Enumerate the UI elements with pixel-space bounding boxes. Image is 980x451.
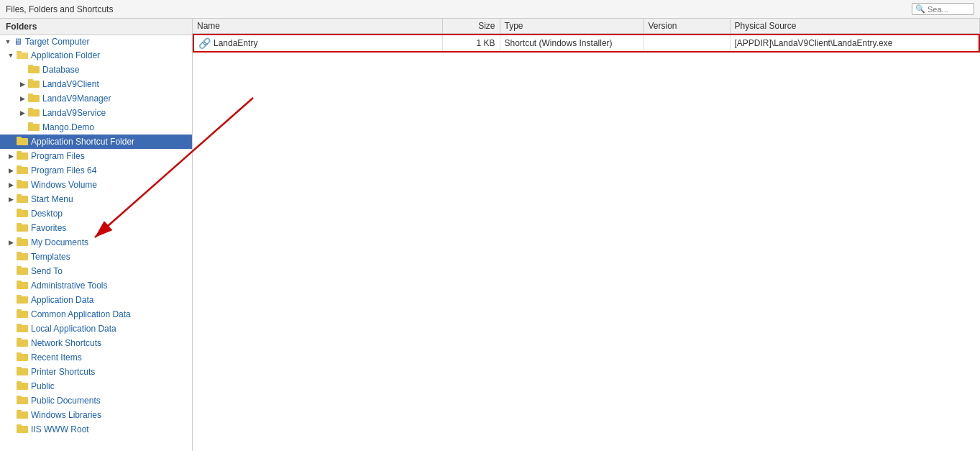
svg-rect-32: [17, 266, 22, 269]
folder-icon-desktop: [17, 208, 28, 219]
tree-item-application-folder[interactable]: ▼Application Folder: [0, 48, 192, 63]
tree-item-my-documents[interactable]: ▶My Documents: [0, 235, 192, 250]
col-size[interactable]: Size: [443, 19, 500, 33]
tree-item-favorites[interactable]: Favorites: [0, 221, 192, 235]
svg-rect-2: [17, 53, 28, 59]
tree-item-public[interactable]: Public: [0, 379, 192, 393]
folder-icon-network-shortcuts: [17, 337, 28, 349]
tree-label-start-menu: Start Menu: [31, 194, 73, 204]
expand-icon-network-shortcuts[interactable]: [6, 338, 16, 348]
tree-label-local-application-data: Local Application Data: [31, 324, 116, 334]
svg-rect-14: [17, 137, 22, 140]
svg-rect-38: [17, 309, 22, 312]
expand-icon-mango-demo[interactable]: [17, 122, 27, 132]
expand-icon-my-documents[interactable]: ▶: [6, 237, 16, 247]
folder-icon-public-documents: [17, 395, 28, 406]
tree-item-windows-libraries[interactable]: Windows Libraries: [0, 408, 192, 422]
expand-icon-program-files-64[interactable]: ▶: [6, 165, 16, 176]
col-version[interactable]: Version: [644, 19, 731, 33]
folder-icon-mango-demo: [28, 122, 40, 133]
col-name[interactable]: Name: [193, 19, 443, 33]
expand-icon-windows-volume[interactable]: ▶: [6, 180, 16, 190]
svg-rect-20: [17, 180, 22, 183]
expand-icon-administrative-tools[interactable]: [6, 281, 16, 291]
folder-icon-common-application-data: [17, 309, 28, 320]
tree-item-landav9manager[interactable]: ▶LandaV9Manager: [0, 91, 192, 106]
svg-rect-12: [28, 122, 33, 125]
search-box[interactable]: 🔍: [912, 3, 974, 15]
svg-rect-44: [17, 352, 22, 355]
main-layout: Folders ▼🖥Target Computer▼Application Fo…: [0, 19, 980, 451]
tree-item-recent-items[interactable]: Recent Items: [0, 350, 192, 365]
tree-label-program-files-64: Program Files 64: [31, 165, 96, 176]
tree-item-landav9client[interactable]: ▶LandaV9Client: [0, 77, 192, 91]
expand-icon-landav9service[interactable]: ▶: [17, 108, 27, 118]
tree-item-network-shortcuts[interactable]: Network Shortcuts: [0, 336, 192, 350]
tree-item-public-documents[interactable]: Public Documents: [0, 393, 192, 408]
tree-label-application-shortcut-folder: Application Shortcut Folder: [31, 137, 134, 147]
expand-icon-target-computer[interactable]: ▼: [3, 37, 13, 47]
expand-icon-recent-items[interactable]: [6, 352, 16, 363]
tree-item-local-application-data[interactable]: Local Application Data: [0, 322, 192, 336]
tree-item-printer-shortcuts[interactable]: Printer Shortcuts: [0, 365, 192, 379]
tree-label-program-files: Program Files: [31, 151, 85, 161]
tree-label-network-shortcuts: Network Shortcuts: [31, 338, 101, 348]
expand-icon-windows-libraries[interactable]: [6, 410, 16, 420]
svg-rect-24: [17, 209, 22, 211]
search-input[interactable]: [928, 5, 971, 14]
tree-label-database: Database: [42, 65, 79, 75]
folders-header: Folders: [0, 19, 192, 35]
tree-item-send-to[interactable]: Send To: [0, 264, 192, 278]
folder-icon-program-files: [17, 150, 28, 162]
tree-item-templates[interactable]: Templates: [0, 250, 192, 264]
tree-item-program-files-64[interactable]: ▶Program Files 64: [0, 163, 192, 178]
expand-icon-start-menu[interactable]: ▶: [6, 194, 16, 204]
svg-rect-22: [17, 194, 22, 197]
folder-icon-landav9manager: [28, 93, 40, 104]
tree-item-target-computer[interactable]: ▼🖥Target Computer: [0, 35, 192, 48]
tree-label-public: Public: [31, 381, 55, 391]
expand-icon-application-shortcut-folder[interactable]: [6, 137, 16, 147]
tree-item-common-application-data[interactable]: Common Application Data: [0, 307, 192, 322]
tree-item-mango-demo[interactable]: Mango.Demo: [0, 120, 192, 135]
col-source[interactable]: Physical Source: [731, 19, 981, 33]
tree-item-start-menu[interactable]: ▶Start Menu: [0, 192, 192, 206]
folder-icon-program-files-64: [17, 165, 28, 176]
expand-icon-printer-shortcuts[interactable]: [6, 367, 16, 377]
search-icon: 🔍: [915, 4, 925, 14]
expand-icon-templates[interactable]: [6, 252, 16, 262]
expand-icon-landav9manager[interactable]: ▶: [17, 94, 27, 104]
tree-item-iis-www-root[interactable]: IIS WWW Root: [0, 422, 192, 437]
title-bar: Files, Folders and Shortcuts 🔍: [0, 0, 980, 19]
expand-icon-application-folder[interactable]: ▼: [6, 50, 16, 60]
tree-label-landav9service: LandaV9Service: [42, 108, 106, 118]
expand-icon-public-documents[interactable]: [6, 396, 16, 406]
tree-item-landav9service[interactable]: ▶LandaV9Service: [0, 106, 192, 120]
expand-icon-program-files[interactable]: ▶: [6, 151, 16, 161]
expand-icon-send-to[interactable]: [6, 266, 16, 276]
expand-icon-database[interactable]: [17, 65, 27, 75]
svg-rect-6: [28, 79, 33, 82]
svg-rect-10: [28, 108, 33, 111]
table-row[interactable]: 🔗LandaEntry1 KBShortcut (Windows Install…: [193, 34, 980, 53]
expand-icon-iis-www-root[interactable]: [6, 424, 16, 434]
tree-item-database[interactable]: Database: [0, 63, 192, 77]
expand-icon-application-data[interactable]: [6, 295, 16, 305]
tree-item-program-files[interactable]: ▶Program Files: [0, 149, 192, 163]
expand-icon-public[interactable]: [6, 381, 16, 391]
tree-item-application-data[interactable]: Application Data: [0, 293, 192, 307]
svg-rect-30: [17, 252, 22, 255]
expand-icon-desktop[interactable]: [6, 209, 16, 219]
expand-icon-favorites[interactable]: [6, 223, 16, 233]
tree-item-windows-volume[interactable]: ▶Windows Volume: [0, 178, 192, 192]
col-type[interactable]: Type: [500, 19, 644, 33]
tree-item-application-shortcut-folder[interactable]: Application Shortcut Folder: [0, 135, 192, 149]
expand-icon-landav9client[interactable]: ▶: [17, 79, 27, 89]
expand-icon-common-application-data[interactable]: [6, 309, 16, 319]
tree-label-mango-demo: Mango.Demo: [42, 122, 94, 132]
folder-icon-target-computer: 🖥: [14, 37, 22, 47]
folder-icon-recent-items: [17, 352, 28, 363]
tree-item-desktop[interactable]: Desktop: [0, 206, 192, 221]
tree-item-administrative-tools[interactable]: Administrative Tools: [0, 278, 192, 293]
expand-icon-local-application-data[interactable]: [6, 324, 16, 334]
